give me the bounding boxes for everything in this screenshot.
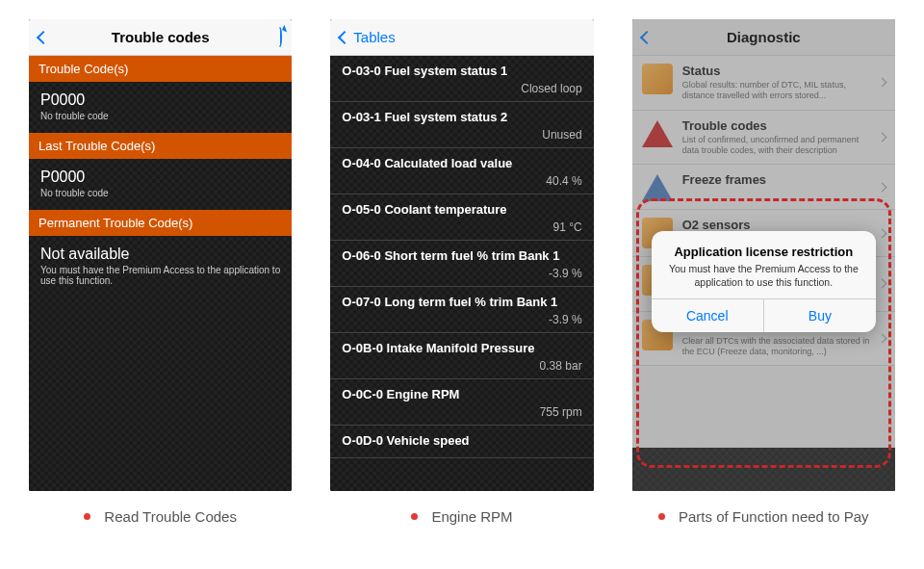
row-label: O-0C-0 Engine RPM	[342, 387, 581, 401]
back-button[interactable]: Tables	[340, 29, 395, 45]
data-row[interactable]: O-07-0 Long term fuel % trim Bank 1-3.9 …	[330, 287, 593, 333]
content-area: Trouble Code(s) P0000 No trouble code La…	[29, 56, 292, 491]
data-row[interactable]: O-05-0 Coolant temperature91 °C	[330, 194, 593, 241]
data-row[interactable]: O-06-0 Short term fuel % trim Bank 1-3.9…	[330, 241, 593, 287]
section-header: Permanent Trouble Code(s)	[29, 210, 292, 236]
code-value: Not available	[40, 246, 280, 263]
data-row[interactable]: O-04-0 Calculated load value40.4 %	[330, 148, 593, 194]
row-label: O-07-0 Long term fuel % trim Bank 1	[342, 295, 581, 309]
refresh-icon	[278, 27, 282, 47]
code-desc: No trouble code	[40, 111, 280, 121]
data-row[interactable]: O-0B-0 Intake Manifold Pressure0.38 bar	[330, 333, 593, 379]
screen-trouble-codes: Trouble codes Trouble Code(s) P0000 No t…	[29, 19, 292, 491]
code-value: P0000	[40, 168, 280, 186]
screen-diagnostic: Diagnostic StatusGlobal results: number …	[632, 19, 895, 491]
row-label: O-06-0 Short term fuel % trim Bank 1	[342, 248, 581, 263]
row-label: O-05-0 Coolant temperature	[342, 202, 581, 217]
row-value: 755 rpm	[342, 405, 581, 419]
alert-message: You must have the Premium Access to the …	[665, 263, 862, 289]
code-value: P0000	[40, 91, 280, 109]
data-row[interactable]: O-0C-0 Engine RPM755 rpm	[330, 379, 593, 426]
section-header: Last Trouble Code(s)	[29, 133, 292, 159]
navbar: Trouble codes	[29, 19, 292, 56]
code-desc: No trouble code	[40, 188, 280, 198]
caption-text: Read Trouble Codes	[104, 508, 237, 525]
row-label: O-03-0 Fuel system status 1	[342, 64, 581, 78]
code-row[interactable]: Not available You must have the Premium …	[29, 236, 292, 297]
bullet-icon	[411, 513, 418, 520]
content-area: O-03-0 Fuel system status 1Closed loopO-…	[330, 56, 593, 491]
refresh-button[interactable]	[278, 29, 282, 46]
row-label: O-0D-0 Vehicle speed	[342, 433, 581, 448]
code-row[interactable]: P0000 No trouble code	[29, 82, 292, 133]
bullet-icon	[84, 513, 90, 520]
back-button[interactable]	[38, 33, 52, 42]
data-row[interactable]: O-03-0 Fuel system status 1Closed loop	[330, 56, 593, 102]
section-header: Trouble Code(s)	[29, 56, 292, 82]
buy-button[interactable]: Buy	[764, 299, 876, 332]
row-value: -3.9 %	[342, 313, 581, 326]
caption: Parts of Function need to Pay	[632, 508, 895, 525]
data-row[interactable]: O-0D-0 Vehicle speed	[330, 426, 593, 458]
row-value: 40.4 %	[342, 174, 581, 188]
screen-tables: Tables O-03-0 Fuel system status 1Closed…	[330, 19, 593, 491]
nav-title: Trouble codes	[29, 29, 292, 45]
caption: Read Trouble Codes	[29, 508, 292, 525]
code-desc: You must have the Premium Access to the …	[40, 265, 280, 286]
code-row[interactable]: P0000 No trouble code	[29, 159, 292, 210]
row-label: O-0B-0 Intake Manifold Pressure	[342, 341, 581, 355]
row-value: Closed loop	[342, 82, 581, 95]
captions-row: Read Trouble Codes Engine RPM Parts of F…	[0, 491, 924, 525]
row-label: O-03-1 Fuel system status 2	[342, 110, 581, 124]
row-label: O-04-0 Calculated load value	[342, 156, 581, 170]
caption: Engine RPM	[330, 508, 593, 525]
navbar: Tables	[330, 19, 593, 56]
row-value: 0.38 bar	[342, 359, 581, 373]
row-value: 91 °C	[342, 220, 581, 234]
cancel-button[interactable]: Cancel	[652, 299, 764, 332]
row-value: -3.9 %	[342, 267, 581, 280]
chevron-left-icon	[338, 30, 351, 43]
caption-text: Parts of Function need to Pay	[679, 508, 869, 525]
row-value: Unused	[342, 128, 581, 142]
back-label: Tables	[353, 29, 395, 45]
caption-text: Engine RPM	[431, 508, 512, 525]
data-row[interactable]: O-03-1 Fuel system status 2Unused	[330, 102, 593, 148]
chevron-left-icon	[37, 30, 50, 43]
bullet-icon	[658, 513, 665, 520]
alert-dialog: Application license restriction You must…	[652, 231, 876, 332]
alert-title: Application license restriction	[665, 245, 862, 259]
